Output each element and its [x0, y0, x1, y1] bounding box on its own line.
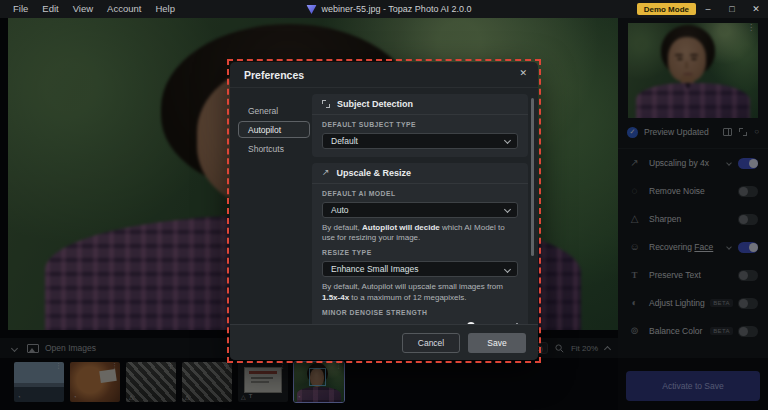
dialog-scrollbar[interactable] — [531, 98, 534, 256]
window-title: webiner-55.jpg - Topaz Photo AI 2.0.0 — [321, 4, 471, 14]
ai-model-select[interactable]: Auto — [322, 202, 518, 218]
dialog-header: Preferences ✕ — [230, 62, 538, 88]
field-label: DEFAULT SUBJECT TYPE — [322, 122, 518, 129]
chevron-down-icon — [504, 266, 511, 273]
preferences-content: Subject Detection DEFAULT SUBJECT TYPE D… — [312, 94, 528, 324]
chevron-down-icon — [504, 206, 511, 213]
subject-type-select[interactable]: Default — [322, 133, 518, 149]
chevron-down-icon — [504, 137, 511, 144]
field-label: MINOR DENOISE STRENGTH — [322, 310, 518, 317]
window-title-group: webiner-55.jpg - Topaz Photo AI 2.0.0 — [306, 0, 471, 18]
section-header: Subject Detection — [312, 94, 528, 115]
dialog-close-icon[interactable]: ✕ — [519, 68, 527, 78]
dialog-title: Preferences — [244, 69, 304, 81]
close-button[interactable]: ✕ — [744, 0, 768, 18]
titlebar: File Edit View Account Help webiner-55.j… — [0, 0, 768, 18]
upscale-resize-section: ↗ Upscale & Resize DEFAULT AI MODEL Auto… — [312, 163, 528, 324]
section-header: ↗ Upscale & Resize — [312, 163, 528, 184]
menu-bar: File Edit View Account Help — [0, 0, 182, 18]
section-title: Upscale & Resize — [337, 168, 412, 178]
select-value: Enhance Small Images — [331, 264, 418, 274]
menu-account[interactable]: Account — [100, 0, 148, 18]
preferences-tabs: General Autopilot Shortcuts — [238, 102, 310, 159]
field-label: DEFAULT AI MODEL — [322, 191, 518, 198]
window-controls: – □ ✕ — [696, 0, 768, 18]
demo-mode-badge: Demo Mode — [637, 3, 696, 15]
subject-detection-icon — [322, 100, 330, 108]
menu-file[interactable]: File — [6, 0, 35, 18]
topaz-logo-icon — [306, 4, 316, 15]
select-value: Default — [331, 136, 358, 146]
upscale-icon: ↗ — [322, 168, 330, 177]
menu-edit[interactable]: Edit — [35, 0, 65, 18]
tab-general[interactable]: General — [238, 102, 310, 119]
subject-detection-section: Subject Detection DEFAULT SUBJECT TYPE D… — [312, 94, 528, 157]
resize-type-select[interactable]: Enhance Small Images — [322, 261, 518, 277]
preferences-dialog: Preferences ✕ General Autopilot Shortcut… — [230, 62, 538, 360]
save-button[interactable]: Save — [468, 333, 526, 353]
menu-view[interactable]: View — [66, 0, 100, 18]
menu-help[interactable]: Help — [148, 0, 182, 18]
cancel-button[interactable]: Cancel — [402, 333, 460, 353]
app-window: File Edit View Account Help webiner-55.j… — [0, 0, 768, 410]
tab-autopilot[interactable]: Autopilot — [238, 121, 310, 138]
section-title: Subject Detection — [337, 99, 413, 109]
minimize-button[interactable]: – — [696, 0, 720, 18]
maximize-button[interactable]: □ — [720, 0, 744, 18]
model-note: By default, Autopilot will decide which … — [322, 223, 518, 244]
select-value: Auto — [331, 205, 349, 215]
dialog-footer: Cancel Save — [230, 324, 538, 360]
field-label: RESIZE TYPE — [322, 250, 518, 257]
tab-shortcuts[interactable]: Shortcuts — [238, 140, 310, 157]
denoise-strength-block: MINOR DENOISE STRENGTH Very WeakWeakLess… — [322, 310, 518, 324]
resize-note: By default, Autopilot will upscale small… — [322, 282, 518, 303]
